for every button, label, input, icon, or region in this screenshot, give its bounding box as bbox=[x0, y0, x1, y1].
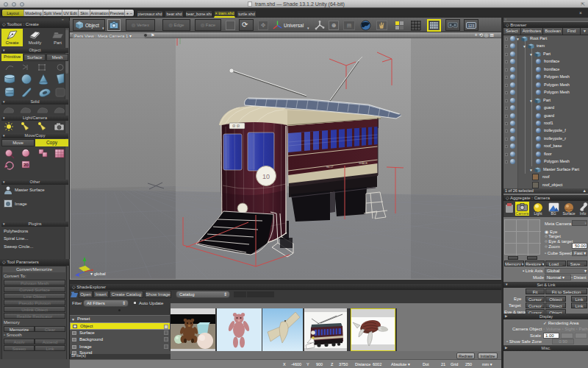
svg-text:▾ global: ▾ global bbox=[90, 272, 106, 276]
svg-text:No.17: No.17 bbox=[326, 166, 333, 169]
svg-text:SHADE: SHADE bbox=[359, 162, 368, 165]
svg-text:⦿ ⦿: ⦿ ⦿ bbox=[232, 124, 240, 128]
svg-text:20: 20 bbox=[24, 163, 29, 167]
svg-text:10: 10 bbox=[262, 173, 270, 180]
